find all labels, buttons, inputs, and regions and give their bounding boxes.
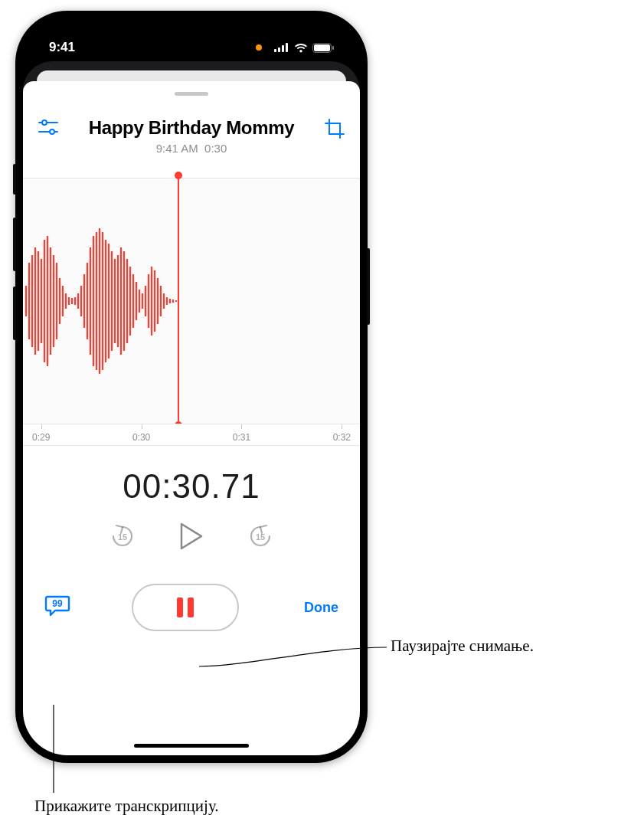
home-indicator[interactable] [134, 744, 249, 748]
recording-indicator-dot [256, 44, 262, 51]
wifi-icon [294, 43, 308, 53]
crop-icon [325, 119, 345, 139]
svg-rect-2 [282, 45, 284, 52]
callout-leader [184, 643, 391, 674]
skip-forward-15-icon: 15 [247, 522, 274, 550]
waveform-area[interactable]: 0:29 0:30 0:31 0:32 [23, 178, 360, 446]
recording-title[interactable]: Happy Birthday Mommy [66, 117, 317, 139]
transcription-bubble-icon: 99 [44, 594, 70, 617]
pause-icon [177, 597, 194, 617]
mute-switch [13, 164, 16, 195]
trim-button[interactable] [325, 119, 345, 142]
svg-rect-5 [314, 44, 330, 51]
skip-forward-15-button[interactable]: 15 [247, 522, 274, 553]
show-transcription-button[interactable]: 99 [44, 594, 78, 620]
recording-subtitle: 9:41 AM 0:30 [66, 142, 317, 155]
elapsed-time: 00:30.71 [23, 467, 360, 506]
svg-text:15: 15 [256, 532, 265, 542]
ruler-tick: 0:31 [233, 424, 250, 443]
skip-back-15-button[interactable]: 15 [109, 522, 136, 553]
callout-transcript: Прикажите транскрипцију. [34, 797, 219, 816]
dynamic-island [142, 29, 241, 58]
skip-back-15-icon: 15 [109, 522, 136, 550]
svg-rect-6 [332, 46, 334, 50]
playhead[interactable] [178, 175, 179, 425]
cellular-icon [274, 43, 289, 52]
ruler-tick: 0:32 [333, 424, 351, 443]
pause-recording-button[interactable] [132, 584, 239, 631]
svg-rect-1 [278, 47, 280, 52]
svg-text:99: 99 [52, 598, 63, 609]
transport-controls: 15 15 [23, 522, 360, 553]
settings-sliders-icon [38, 119, 58, 136]
callout-pause: Паузирајте снимање. [391, 637, 534, 656]
waveform [23, 178, 360, 424]
status-time: 9:41 [49, 40, 75, 55]
svg-text:15: 15 [118, 532, 127, 542]
ruler-tick: 0:29 [32, 424, 50, 443]
svg-rect-0 [274, 49, 276, 52]
playback-settings-button[interactable] [38, 119, 58, 139]
timeline-ruler: 0:29 0:30 0:31 0:32 [23, 424, 360, 445]
volume-up-button [13, 218, 16, 271]
svg-point-8 [42, 120, 47, 125]
done-button[interactable]: Done [293, 600, 338, 616]
side-button [367, 248, 370, 325]
ruler-tick: 0:30 [132, 424, 150, 443]
svg-rect-3 [286, 43, 288, 52]
svg-point-10 [50, 129, 54, 134]
callout-leader [46, 705, 92, 797]
play-icon [179, 522, 204, 550]
battery-icon [312, 43, 334, 53]
volume-down-button [13, 286, 16, 340]
play-button[interactable] [179, 522, 204, 553]
